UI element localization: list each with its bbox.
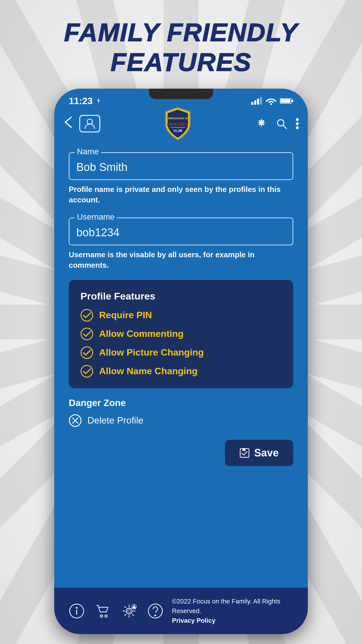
nav-left [63, 115, 100, 132]
svg-point-53 [76, 607, 78, 609]
search-icon[interactable] [276, 118, 287, 130]
odyssey-logo: Adventures in ODYSSEY CLUB [162, 106, 194, 141]
feature-allow-commenting[interactable]: Allow Commenting [80, 328, 282, 340]
username-label: Username [75, 212, 117, 222]
page-title: Family Friendly Features [0, 18, 362, 77]
profile-button[interactable] [79, 115, 100, 132]
phone-notch [149, 89, 213, 99]
phone-screen: 11:23 [54, 89, 308, 634]
feature-require-pin[interactable]: Require PIN [80, 309, 282, 322]
bottom-bar: ©2022 Focus on the Family. All Rights Re… [54, 588, 308, 634]
person-icon [85, 118, 95, 129]
copyright-text: ©2022 Focus on the Family. All Rights Re… [172, 598, 280, 615]
username-input-group: Username Username is the visable by all … [69, 212, 293, 271]
feature-allow-name[interactable]: Allow Name Changing [80, 365, 282, 378]
danger-zone-title: Danger Zone [69, 398, 293, 408]
svg-rect-28 [260, 97, 262, 105]
help-icon[interactable] [147, 603, 163, 619]
checkmark-icon-picture [80, 346, 93, 359]
more-icon[interactable] [296, 118, 299, 130]
wifi-icon [266, 97, 276, 105]
feature-label-pin: Require PIN [99, 310, 152, 321]
svg-point-56 [126, 608, 132, 614]
profile-features-box: Profile Features Require PIN Allow Comme… [69, 280, 293, 388]
svg-point-45 [81, 365, 93, 377]
nav-bar: Adventures in ODYSSEY CLUB [54, 109, 308, 138]
svg-point-55 [105, 615, 107, 617]
delete-profile-label: Delete Profile [87, 415, 143, 426]
feature-label-name: Allow Name Changing [99, 366, 198, 377]
checkmark-icon-pin [80, 309, 93, 322]
battery-icon [280, 97, 293, 104]
settings-icon[interactable] [121, 603, 137, 619]
svg-point-40 [296, 122, 299, 125]
name-input-group: Name Profile name is private and only se… [69, 147, 293, 205]
username-input[interactable] [69, 218, 293, 245]
svg-point-41 [296, 126, 299, 129]
checkmark-icon-name [80, 365, 93, 378]
svg-text:Adventures in: Adventures in [168, 117, 188, 120]
name-input[interactable] [69, 152, 293, 180]
save-row: Save [69, 440, 293, 466]
delete-profile-button[interactable]: Delete Profile [69, 414, 293, 427]
feature-allow-picture[interactable]: Allow Picture Changing [80, 346, 282, 359]
phone-frame: 11:23 [54, 89, 308, 634]
checkmark-icon-commenting [80, 328, 93, 340]
svg-line-38 [283, 125, 287, 129]
signal-icon [251, 97, 262, 105]
svg-text:ODYSSEY: ODYSSEY [167, 122, 189, 127]
svg-rect-27 [257, 99, 259, 105]
save-icon [240, 448, 249, 458]
svg-point-32 [87, 119, 92, 124]
sparkle-icon[interactable] [255, 118, 268, 130]
svg-rect-30 [280, 99, 290, 103]
feature-label-commenting: Allow Commenting [99, 328, 184, 339]
svg-point-43 [81, 328, 93, 340]
back-button[interactable] [63, 116, 73, 131]
svg-point-39 [296, 118, 299, 121]
svg-rect-31 [292, 100, 293, 102]
username-hint: Username is the visable by all users, fo… [69, 249, 293, 271]
save-button[interactable]: Save [225, 440, 293, 466]
features-title: Profile Features [80, 290, 282, 302]
svg-point-44 [81, 347, 93, 358]
content-area: Name Profile name is private and only se… [54, 138, 308, 588]
svg-rect-50 [242, 449, 245, 451]
name-hint: Profile name is private and only seen by… [69, 184, 293, 205]
bottom-copyright: ©2022 Focus on the Family. All Rights Re… [172, 596, 293, 625]
svg-text:CLUB: CLUB [173, 129, 182, 132]
save-label: Save [254, 447, 279, 459]
privacy-policy-link[interactable]: Privacy Policy [172, 617, 215, 624]
bottom-icons [69, 603, 163, 619]
svg-point-42 [81, 309, 93, 321]
delete-x-icon [69, 414, 82, 427]
svg-rect-25 [251, 102, 253, 105]
status-icons [251, 97, 293, 105]
time-display: 11:23 [69, 96, 93, 106]
cart-icon[interactable] [95, 603, 111, 619]
logo: Adventures in ODYSSEY CLUB [162, 106, 194, 141]
feature-label-picture: Allow Picture Changing [99, 347, 204, 358]
svg-point-57 [128, 610, 131, 612]
svg-rect-26 [254, 100, 256, 105]
back-icon [63, 116, 73, 128]
danger-zone-section: Danger Zone Delete Profile [69, 398, 293, 427]
svg-point-60 [154, 615, 156, 616]
name-label: Name [75, 147, 101, 156]
status-time: 11:23 [69, 96, 102, 106]
info-icon[interactable] [69, 603, 85, 619]
nav-right [255, 118, 299, 130]
svg-point-54 [100, 615, 103, 617]
location-icon [95, 97, 102, 104]
